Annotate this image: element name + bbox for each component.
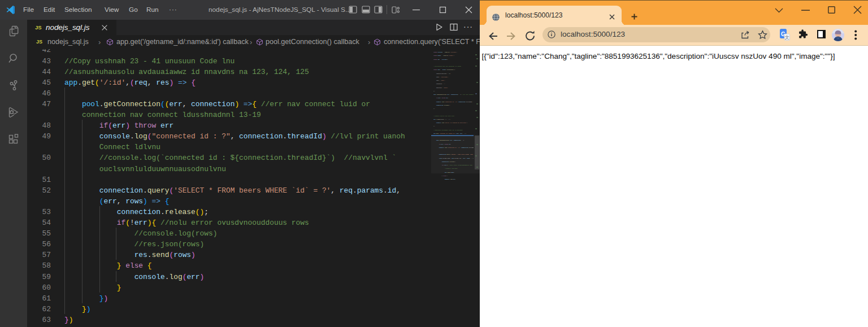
svg-text:文: 文 [785, 35, 789, 40]
